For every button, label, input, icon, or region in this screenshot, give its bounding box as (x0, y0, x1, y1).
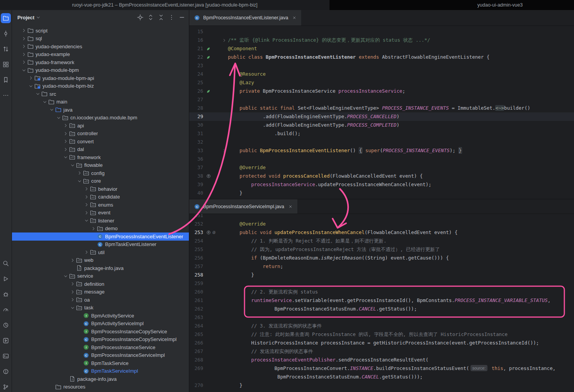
tree-item-bpmtaskservice[interactable]: IBpmTaskService (12, 359, 189, 367)
chevron-right-icon[interactable] (83, 250, 90, 255)
line-number[interactable]: 255 (189, 245, 203, 254)
chevron-right-icon[interactable] (62, 139, 69, 144)
line-number[interactable]: 39 (189, 180, 203, 189)
line-number[interactable]: 28 (189, 104, 203, 112)
tree-item-enums[interactable]: enums (12, 201, 189, 209)
tree-item-oa[interactable]: oa (12, 296, 189, 304)
line-number[interactable]: 254 (189, 237, 203, 245)
locate-icon[interactable] (137, 14, 143, 20)
line-number[interactable]: 258 (189, 271, 203, 279)
chevron-down-icon[interactable] (76, 179, 83, 183)
tree-item-bpmtaskeventlistener[interactable]: CBpmTaskEventListener (12, 241, 189, 249)
tree-item-bpmprocessinstanceeventlistener[interactable]: CBpmProcessInstanceEventListener (12, 232, 189, 241)
tree-item-yudao-framework[interactable]: yudao-framework (12, 58, 189, 66)
line-number[interactable]: 265 (189, 330, 203, 339)
spring-bean-icon[interactable] (206, 55, 211, 59)
chevron-right-icon[interactable] (20, 44, 27, 49)
chevron-right-icon[interactable] (20, 52, 27, 57)
chevron-right-icon[interactable] (69, 297, 76, 302)
tree-item-yudao-module-bpm-biz[interactable]: yudao-module-bpm-biz (12, 82, 189, 90)
tree-item-dal[interactable]: dal (12, 146, 189, 154)
chevron-down-icon[interactable] (27, 84, 34, 88)
chevron-right-icon[interactable] (27, 76, 34, 80)
tree-item-package-info-java[interactable]: Jpackage-info.java (12, 375, 189, 383)
tree-item-java[interactable]: java (12, 106, 189, 114)
collapse-all-icon[interactable] (158, 14, 164, 20)
tree-item-bpmprocessinstancecopyservice[interactable]: IBpmProcessInstanceCopyService (12, 328, 189, 336)
tree-item-yudao-dependencies[interactable]: yudao-dependencies (12, 42, 189, 51)
chevron-down-icon[interactable] (48, 107, 55, 112)
chevron-right-icon[interactable] (62, 131, 69, 136)
tree-item-bpmprocessinstanceservice[interactable]: IBpmProcessInstanceService (12, 343, 189, 351)
fold-chevron-icon[interactable] (218, 146, 228, 155)
chevron-right-icon[interactable] (90, 226, 97, 231)
tab-bpmprocessinstanceeventlistener-java[interactable]: CBpmProcessInstanceEventListener.java (189, 10, 302, 25)
tree-item-api[interactable]: api (12, 122, 189, 130)
tree-item-event[interactable]: event (12, 209, 189, 217)
version-control-tool-button[interactable] (1, 382, 11, 392)
tree-item-controller[interactable]: controller (12, 130, 189, 138)
search-tool-button[interactable] (1, 258, 11, 268)
line-number[interactable]: 21 (189, 44, 203, 53)
chevron-right-icon[interactable] (62, 147, 69, 152)
chevron-right-icon[interactable] (69, 290, 76, 294)
kebab-icon[interactable] (168, 14, 175, 20)
spring-bean-icon[interactable] (206, 89, 211, 93)
annotation-icon[interactable]: @ (212, 230, 216, 235)
tree-item-listener[interactable]: listener (12, 217, 189, 225)
chevron-right-icon[interactable] (62, 123, 69, 128)
line-number[interactable]: 27 (189, 95, 203, 104)
chevron-down-icon[interactable] (55, 115, 62, 120)
chevron-down-icon[interactable] (62, 155, 69, 160)
tree-item-behavior[interactable]: behavior (12, 185, 189, 193)
tree-item-main[interactable]: main (12, 98, 189, 106)
line-number[interactable]: 270 (189, 381, 203, 390)
chevron-down-icon[interactable] (62, 274, 69, 278)
chevron-right-icon[interactable] (69, 282, 76, 286)
line-number[interactable]: 261 (189, 296, 203, 305)
tree-item-bpmprocessinstanceserviceimpl[interactable]: CBpmProcessInstanceServiceImpl (12, 351, 189, 360)
profiler-tool-button[interactable] (1, 305, 11, 315)
line-number[interactable]: 266 (189, 339, 203, 347)
line-number[interactable]: 31 (189, 129, 203, 138)
chevron-down-icon[interactable] (69, 305, 76, 310)
line-number[interactable]: 37 (189, 163, 203, 172)
chevron-down-icon[interactable] (41, 100, 48, 104)
line-number[interactable]: 29 (189, 112, 203, 121)
run-tool-button[interactable] (1, 274, 11, 284)
overriding-method-icon[interactable] (206, 230, 211, 235)
chevron-down-icon[interactable] (34, 92, 41, 96)
line-number[interactable]: 267 (189, 347, 203, 356)
chevron-down-icon[interactable] (83, 218, 90, 223)
problems-tool-button[interactable] (1, 367, 11, 377)
line-number[interactable]: 256 (189, 254, 203, 262)
commit-tool-button[interactable] (1, 29, 11, 39)
line-number[interactable]: 23 (189, 61, 203, 70)
more-tools-tool-button[interactable] (1, 90, 11, 100)
tree-item-web[interactable]: web (12, 256, 189, 265)
line-number[interactable]: 263 (189, 313, 203, 322)
line-number[interactable]: 24 (189, 70, 203, 78)
tree-item-package-info-java[interactable]: Jpackage-info.java (12, 264, 189, 272)
line-number[interactable]: 262 (189, 305, 203, 313)
tree-item-service[interactable]: service (12, 272, 189, 280)
debug-tool-button[interactable] (1, 289, 11, 299)
close-icon[interactable] (292, 15, 297, 20)
tree-item-script[interactable]: script (12, 27, 189, 35)
tree-item-cn-iocoder-yudao-module-bpm[interactable]: cn.iocoder.yudao.module.bpm (12, 114, 189, 122)
chevron-right-icon[interactable] (20, 36, 27, 41)
chevron-right-icon[interactable] (76, 171, 83, 175)
history-tool-button[interactable] (1, 320, 11, 330)
tree-item-definition[interactable]: definition (12, 280, 189, 288)
tree-item-message[interactable]: message (12, 288, 189, 296)
services-tool-button[interactable] (1, 336, 11, 346)
tree-item-bpmactivityservice[interactable]: IBpmActivityService (12, 312, 189, 320)
tree-item-bpmprocessinstancecopyserviceimpl[interactable]: CBpmProcessInstanceCopyServiceImpl (12, 336, 189, 344)
line-number[interactable]: 25 (189, 78, 203, 87)
tree-item-sql[interactable]: sql (12, 35, 189, 43)
line-number[interactable]: 257 (189, 262, 203, 271)
chevron-down-icon[interactable] (36, 15, 41, 20)
line-number[interactable]: 26 (189, 87, 203, 95)
line-number[interactable]: 16 (189, 36, 203, 44)
expand-all-icon[interactable] (148, 14, 154, 20)
